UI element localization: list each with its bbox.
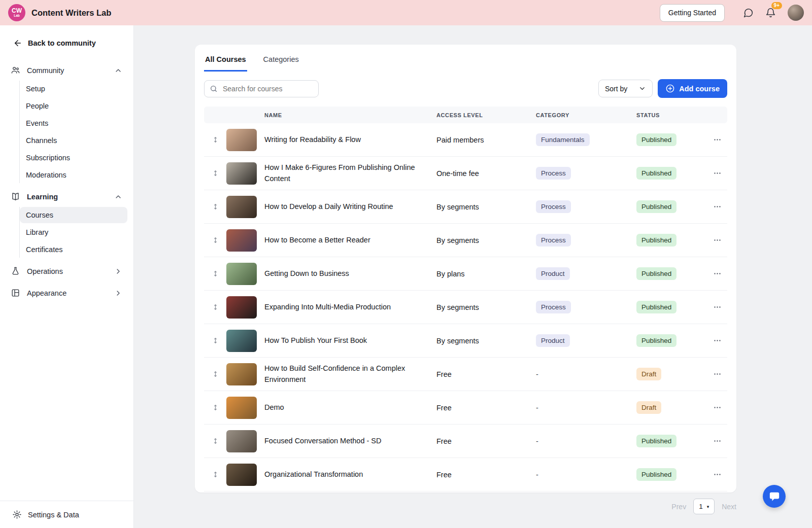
status-badge: Published [636,301,676,314]
status-badge: Published [636,234,676,247]
course-category-cell: - [536,403,636,412]
chat-launcher-button[interactable] [763,485,786,508]
drag-handle-icon[interactable] [204,169,226,178]
sidebar-community-header[interactable]: Community [0,61,133,80]
row-menu-button[interactable] [709,333,725,349]
course-name[interactable]: Getting Down to Business [264,268,436,279]
drag-handle-icon[interactable] [204,303,226,311]
course-name[interactable]: How to Build Self-Confidence in a Comple… [264,363,436,384]
next-page-button[interactable]: Next [722,503,736,511]
sidebar-item-setup[interactable]: Setup [20,81,127,97]
search-input[interactable] [222,84,313,93]
ellipsis-icon [713,202,722,211]
course-name[interactable]: How to Become a Better Reader [264,235,436,245]
row-menu-button[interactable] [709,400,725,416]
tab-categories[interactable]: Categories [262,47,300,72]
community-subnav: Setup People Events Channels Subscriptio… [19,81,133,183]
sidebar-item-subscriptions[interactable]: Subscriptions [20,150,127,166]
course-access-level: Free [436,404,536,412]
sidebar-item-events[interactable]: Events [20,115,127,131]
add-course-button[interactable]: Add course [658,79,727,98]
course-name[interactable]: How To Publish Your First Book [264,335,436,346]
course-access-level: Paid members [436,136,536,144]
sidebar-item-library[interactable]: Library [20,224,127,240]
notifications-button[interactable]: 9+ [762,5,779,21]
messages-button[interactable] [740,5,756,21]
row-menu-button[interactable] [709,299,725,315]
drag-handle-icon[interactable] [204,202,226,211]
arrow-left-icon [13,39,22,48]
row-menu-button[interactable] [709,132,725,148]
ellipsis-icon [713,437,722,445]
table-row: Expanding Into Multi-Media Production By… [204,291,727,324]
sidebar-item-moderations[interactable]: Moderations [20,167,127,183]
row-menu-button[interactable] [709,232,725,249]
course-category-cell: Process [536,200,636,214]
course-name[interactable]: How to Develop a Daily Writing Routine [264,201,436,212]
course-name[interactable]: Writing for Readability & Flow [264,134,436,145]
prev-page-button[interactable]: Prev [671,503,686,511]
sidebar-item-people[interactable]: People [20,98,127,114]
course-name[interactable]: Demo [264,402,436,413]
sidebar-learning-header[interactable]: Learning [0,187,133,206]
row-menu-button[interactable] [709,366,725,382]
category-badge: - [536,404,538,412]
course-name[interactable]: Expanding Into Multi-Media Production [264,302,436,312]
sidebar-section-operations: Operations [0,262,133,280]
sidebar-item-certificates[interactable]: Certificates [20,241,127,258]
course-search[interactable] [204,80,319,97]
ellipsis-icon [713,336,722,345]
drag-handle-icon[interactable] [204,403,226,412]
course-name[interactable]: How I Make 6-Figures From Publishing Onl… [264,162,436,184]
row-menu-button[interactable] [709,467,725,483]
chevron-up-icon [114,66,122,75]
drag-handle-icon[interactable] [204,336,226,345]
table-row: Getting Down to Business By plans Produc… [204,257,727,291]
sidebar-operations-label: Operations [27,267,108,275]
getting-started-button[interactable]: Getting Started [660,4,725,22]
sidebar-appearance-label: Appearance [27,289,108,297]
courses-card: All Courses Categories Sort by [195,45,736,492]
course-category-cell: Process [536,301,636,314]
course-name[interactable]: Organizational Transformation [264,469,436,480]
table-row: How I Make 6-Figures From Publishing Onl… [204,157,727,190]
page-select[interactable]: 1 ▾ [693,499,715,514]
avatar[interactable] [788,5,804,21]
ellipsis-icon [713,370,722,378]
drag-handle-icon[interactable] [204,269,226,278]
drag-handle-icon[interactable] [204,437,226,445]
status-badge: Draft [636,401,661,414]
course-name[interactable]: Focused Conversation Method - SD [264,436,436,446]
community-logo[interactable]: CW Lab [8,4,25,21]
sidebar-operations-header[interactable]: Operations [0,262,133,280]
settings-and-data-link[interactable]: Settings & Data [0,501,133,528]
course-access-level: By segments [436,337,536,345]
row-menu-button[interactable] [709,433,725,449]
status-badge: Published [636,133,676,147]
course-status-cell: Published [636,167,707,180]
row-menu-button[interactable] [709,199,725,215]
drag-handle-icon[interactable] [204,470,226,479]
back-to-community-link[interactable]: Back to community [0,29,133,58]
header-name: NAME [264,112,436,118]
sidebar-learning-label: Learning [27,193,108,201]
ellipsis-icon [713,169,722,178]
sidebar-item-courses[interactable]: Courses [20,207,127,223]
row-menu-button[interactable] [709,165,725,182]
course-access-level: Free [436,370,536,378]
row-menu-button[interactable] [709,266,725,282]
sort-by-dropdown[interactable]: Sort by [598,80,653,97]
drag-handle-icon[interactable] [204,135,226,144]
main-content: All Courses Categories Sort by [134,25,812,528]
table-row: Organizational Transformation Free - Pub… [204,458,727,491]
drag-handle-icon[interactable] [204,236,226,244]
sidebar-appearance-header[interactable]: Appearance [0,284,133,302]
operations-icon [11,266,20,276]
sidebar-item-channels[interactable]: Channels [20,132,127,149]
sidebar-section-community: Community Setup People Events Channels S… [0,61,133,183]
table-row: Demo Free - Draft [204,391,727,425]
ellipsis-icon [713,403,722,412]
drag-handle-icon[interactable] [204,370,226,378]
course-status-cell: Draft [636,401,707,414]
tab-all-courses[interactable]: All Courses [204,47,247,72]
